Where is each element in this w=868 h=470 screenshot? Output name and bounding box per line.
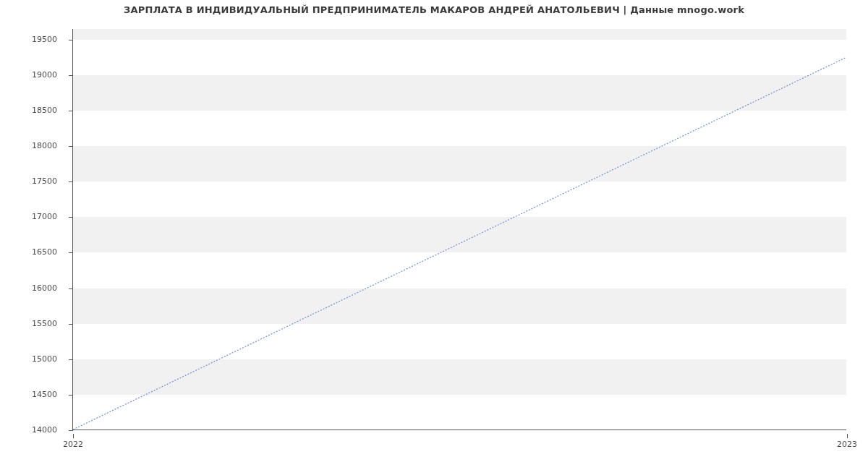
y-tick-mark xyxy=(69,40,73,40)
y-tick-mark xyxy=(69,146,73,147)
y-tick-label: 19000 xyxy=(32,70,57,80)
y-tick-label: 17000 xyxy=(32,212,57,221)
y-tick-mark xyxy=(69,111,73,111)
x-tick-mark xyxy=(73,434,74,438)
y-tick-label: 14000 xyxy=(32,425,57,435)
y-tick-label: 16000 xyxy=(32,283,57,293)
series-line xyxy=(73,57,846,430)
y-tick-mark xyxy=(69,252,73,253)
y-tick-label: 15500 xyxy=(32,319,57,328)
x-tick-mark xyxy=(847,434,848,438)
y-tick-mark xyxy=(69,395,73,396)
y-tick-mark xyxy=(69,289,73,289)
line-layer xyxy=(73,29,846,430)
x-tick-label: 2023 xyxy=(837,440,857,449)
y-tick-label: 18000 xyxy=(32,141,57,150)
y-tick-mark xyxy=(69,217,73,218)
chart-title: ЗАРПЛАТА В ИНДИВИДУАЛЬНЫЙ ПРЕДПРИНИМАТЕЛ… xyxy=(0,4,868,15)
y-tick-mark xyxy=(69,324,73,325)
y-tick-label: 19500 xyxy=(32,35,57,44)
y-tick-label: 16500 xyxy=(32,247,57,257)
y-tick-mark xyxy=(69,430,73,431)
x-tick-label: 2022 xyxy=(63,440,83,449)
chart-container: ЗАРПЛАТА В ИНДИВИДУАЛЬНЫЙ ПРЕДПРИНИМАТЕЛ… xyxy=(0,0,868,470)
y-tick-label: 14500 xyxy=(32,390,57,399)
y-tick-mark xyxy=(69,359,73,360)
y-tick-label: 17500 xyxy=(32,176,57,186)
y-tick-label: 15000 xyxy=(32,354,57,364)
plot-area: 1400014500150001550016000165001700017500… xyxy=(72,29,846,430)
y-tick-mark xyxy=(69,181,73,182)
y-tick-label: 18500 xyxy=(32,106,57,115)
y-tick-mark xyxy=(69,75,73,76)
